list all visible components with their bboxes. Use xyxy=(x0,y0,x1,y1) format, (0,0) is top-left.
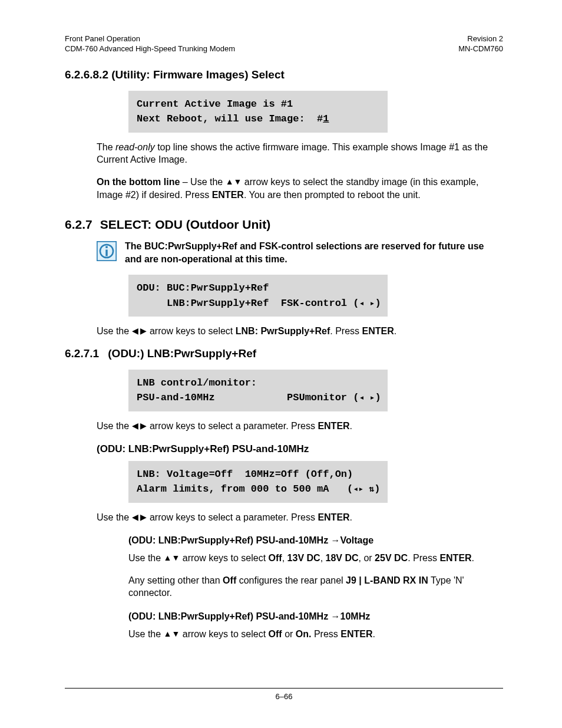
header-left: Front Panel Operation CDM-760 Advanced H… xyxy=(65,34,235,54)
header-right-line1: Revision 2 xyxy=(467,34,503,43)
heading-psu-voltage: (ODU: LNB:PwrSupply+Ref) PSU-and-10MHz →… xyxy=(128,535,503,546)
section-title: (Utility: Firmware Images) Select xyxy=(111,68,285,81)
header-right: Revision 2 MN-CDM760 xyxy=(458,34,503,54)
heading-lnb-pwrsupply: 6.2.7.1 (ODU:) LNB:PwrSupply+Ref xyxy=(65,347,503,360)
heading-firmware-select: 6.2.6.8.2 (Utility: Firmware Images) Sel… xyxy=(65,68,503,81)
page-number: 6–66 xyxy=(276,692,293,701)
para-firmware-readonly: The read-only top line shows the active … xyxy=(97,141,503,166)
section-number: 6.2.7 xyxy=(65,218,97,232)
left-right-arrows-icon: ◀ ▶ xyxy=(132,512,147,523)
para-10mhz-select: Use the ▲▼ arrow keys to select Off or O… xyxy=(128,628,503,641)
page-footer: 6–66 xyxy=(65,688,503,701)
svg-rect-3 xyxy=(105,250,107,256)
lcd-firmware-select: Current Active Image is #1 Next Reboot, … xyxy=(128,91,388,133)
section-number: 6.2.7.1 xyxy=(65,347,105,360)
section-title: SELECT: ODU (Outdoor Unit) xyxy=(100,218,270,231)
up-down-arrows-icon: ▲▼ xyxy=(164,552,180,564)
para-lnb-select: Use the ◀ ▶ arrow keys to select a param… xyxy=(97,420,503,433)
note-text: The BUC:PwrSupply+Ref and FSK-control se… xyxy=(125,240,503,265)
note-row: The BUC:PwrSupply+Ref and FSK-control se… xyxy=(97,240,503,265)
section-number: 6.2.6.8.2 xyxy=(65,68,108,81)
para-psu-select: Use the ◀ ▶ arrow keys to select a param… xyxy=(97,511,503,524)
left-right-arrows-icon: ◀ ▶ xyxy=(132,325,147,337)
header-left-line2: CDM-760 Advanced High-Speed Trunking Mod… xyxy=(65,44,235,53)
nav-arrows-icon: ◂▸ ⇅ xyxy=(353,485,374,495)
header-right-line2: MN-CDM760 xyxy=(458,44,503,53)
heading-select-odu: 6.2.7 SELECT: ODU (Outdoor Unit) xyxy=(65,218,503,232)
up-down-arrows-icon: ▲▼ xyxy=(226,176,242,187)
lcd-lnb-control: LNB control/monitor: PSU-and-10MHz PSUmo… xyxy=(128,370,388,411)
svg-rect-2 xyxy=(105,246,107,248)
para-voltage-select: Use the ▲▼ arrow keys to select Off, 13V… xyxy=(128,552,503,565)
para-voltage-config: Any setting other than Off configures th… xyxy=(128,574,503,599)
left-right-arrows-icon: ◀ ▶ xyxy=(132,420,147,431)
page-header: Front Panel Operation CDM-760 Advanced H… xyxy=(65,34,503,54)
lcd-odu-menu: ODU: BUC:PwrSupply+Ref LNB:PwrSupply+Ref… xyxy=(128,275,388,317)
heading-psu-10mhz: (ODU: LNB:PwrSupply+Ref) PSU-and-10MHz xyxy=(97,443,503,455)
info-icon xyxy=(97,241,117,261)
left-right-arrows-icon: ◂ ▸ xyxy=(359,393,375,403)
heading-psu-10mhz-sub: (ODU: LNB:PwrSupply+Ref) PSU-and-10MHz →… xyxy=(128,611,503,622)
page: Front Panel Operation CDM-760 Advanced H… xyxy=(0,0,562,728)
left-right-arrows-icon: ◂ ▸ xyxy=(359,299,375,309)
para-firmware-bottomline: On the bottom line – Use the ▲▼ arrow ke… xyxy=(97,176,503,201)
header-left-line1: Front Panel Operation xyxy=(65,34,140,43)
up-down-arrows-icon: ▲▼ xyxy=(164,628,180,640)
section-title: (ODU:) LNB:PwrSupply+Ref xyxy=(108,347,256,360)
lcd-psu-10mhz: LNB: Voltage=Off 10MHz=Off (Off,On) Alar… xyxy=(128,461,388,503)
para-odu-select: Use the ◀ ▶ arrow keys to select LNB: Pw… xyxy=(97,325,503,338)
